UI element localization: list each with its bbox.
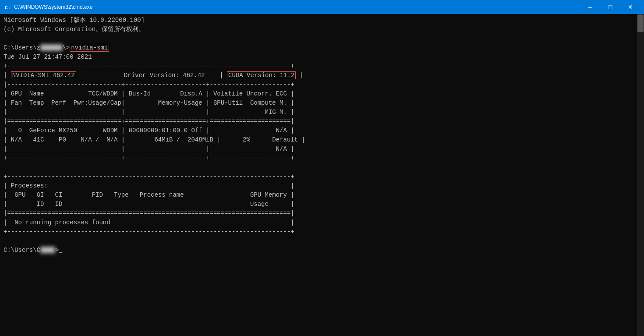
maximize-button[interactable]: □	[600, 0, 620, 14]
svg-text:C:\: C:\	[5, 5, 11, 11]
title-bar-buttons: – □ ✕	[580, 0, 640, 14]
cmd-window: C:\ C:\WINDOWS\system32\cmd.exe – □ ✕ Mi…	[0, 0, 644, 336]
scrollbar-thumb	[637, 14, 644, 32]
title-bar: C:\ C:\WINDOWS\system32\cmd.exe – □ ✕	[0, 0, 644, 14]
close-button[interactable]: ✕	[620, 0, 640, 14]
console-area[interactable]: Microsoft Windows [版本 10.0.22000.100] (c…	[0, 14, 644, 336]
minimize-button[interactable]: –	[580, 0, 600, 14]
title-bar-text: C:\WINDOWS\system32\cmd.exe	[14, 4, 580, 10]
scrollbar[interactable]	[637, 14, 644, 336]
console-output: Microsoft Windows [版本 10.0.22000.100] (c…	[4, 16, 640, 255]
cmd-icon: C:\	[4, 3, 11, 11]
